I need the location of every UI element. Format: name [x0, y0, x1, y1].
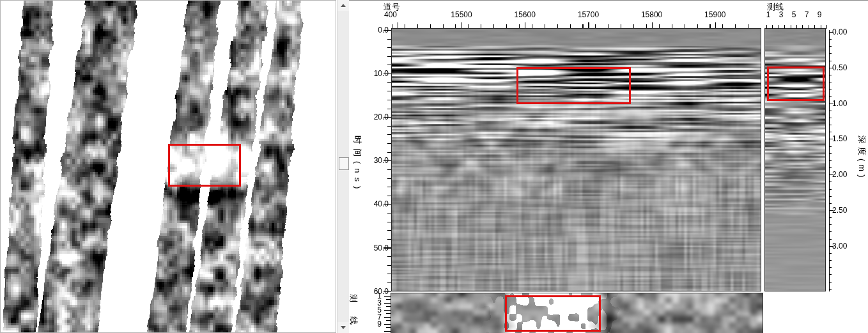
- gpr-analysis-window: 道号 400 测线 时间(ns) 深度(m) 测线 15500156001570…: [0, 0, 868, 333]
- plan-slice-highlight-box: [505, 295, 601, 332]
- scrollbar-thumb[interactable]: [339, 157, 349, 170]
- vertical-scrollbar[interactable]: [337, 0, 349, 333]
- scroll-up-button[interactable]: [337, 0, 349, 11]
- main-radargram-plot: [391, 28, 761, 291]
- main-radargram-highlight-box: [516, 67, 631, 104]
- scroll-down-icon: [341, 326, 346, 329]
- crossline-highlight-box: [767, 66, 825, 101]
- plan-slice-plot: [391, 293, 763, 333]
- plan-view-highlight-box: [168, 144, 241, 187]
- scroll-up-icon: [341, 4, 346, 7]
- scroll-down-button[interactable]: [337, 322, 349, 333]
- crossline-view-plot: [764, 28, 826, 291]
- plan-view-panel: [0, 0, 336, 333]
